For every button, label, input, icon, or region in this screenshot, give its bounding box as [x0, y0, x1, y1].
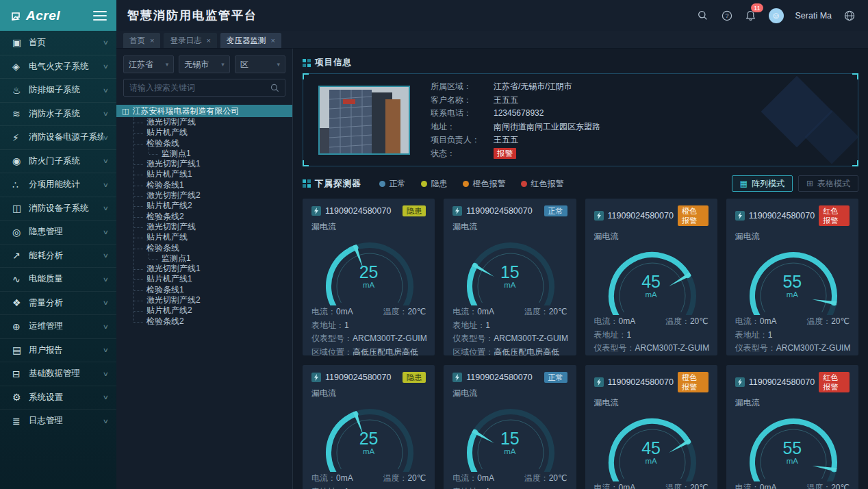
- sidebar-item-14[interactable]: ▤用户报告∨: [0, 338, 116, 362]
- detector-card-3[interactable]: 11909024580070橙色报警漏电流45mA电流：0mA温度：20℃表地址…: [585, 199, 717, 355]
- legend-item: 正常: [379, 178, 406, 190]
- tab-3[interactable]: 变压器监测×: [220, 33, 281, 48]
- status-badge: 隐患: [403, 372, 426, 383]
- tree-item[interactable]: 检验条线2: [116, 212, 292, 222]
- tree-item[interactable]: 贴片机产线: [116, 232, 292, 242]
- detector-card-4[interactable]: 11909024580070红色报警漏电流55mA电流：0mA温度：20℃表地址…: [726, 199, 858, 355]
- tab-close-icon[interactable]: ×: [270, 36, 275, 45]
- sidebar-item-1[interactable]: ▣首页∨: [0, 31, 116, 55]
- smoke-exhaust-fan-icon: ♨: [12, 85, 29, 96]
- sidebar-item-2[interactable]: ◈电气火灾子系统∨: [0, 55, 116, 79]
- sidebar-item-5[interactable]: ⚡消防设备电源子系统∨: [0, 125, 116, 149]
- city-select[interactable]: 无锡市 ▾: [179, 55, 229, 73]
- metric-label: 漏电流: [311, 221, 426, 233]
- tree-item[interactable]: 监测点1: [116, 253, 292, 264]
- detector-card-1[interactable]: 11909024580070隐患漏电流25mA电流：0mA温度：20℃表地址：1…: [303, 199, 435, 355]
- tree-item[interactable]: 激光切割产线: [116, 117, 292, 127]
- detector-card-7[interactable]: 11909024580070橙色报警漏电流45mA电流：0mA温度：20℃表地址…: [585, 365, 717, 489]
- field-value: ARCM300T-Z-GUIM: [494, 332, 568, 346]
- field-value: 20℃: [549, 305, 567, 319]
- tab-close-icon[interactable]: ×: [150, 36, 154, 45]
- sidebar-item-4[interactable]: ≋消防水子系统∨: [0, 102, 116, 126]
- tree-item[interactable]: 检验条线2: [116, 316, 292, 327]
- tab-close-icon[interactable]: ×: [206, 36, 210, 45]
- tree-item[interactable]: 贴片机产线2: [116, 201, 292, 211]
- detector-card-5[interactable]: 11909024580070隐患漏电流25mA电流：0mA温度：20℃表地址：1…: [303, 365, 435, 489]
- help-icon[interactable]: ?: [721, 10, 733, 22]
- base-data-icon: ⊟: [12, 368, 29, 379]
- sidebar-item-15[interactable]: ⊟基础数据管理∨: [0, 362, 116, 386]
- bell-icon[interactable]: 11: [745, 10, 757, 22]
- sidebar-item-11[interactable]: ∿电能质量∨: [0, 267, 116, 291]
- district-select[interactable]: 区 ▾: [235, 55, 285, 73]
- tree-root-company[interactable]: ◫ 江苏安科瑞电器制造有限公司: [116, 105, 292, 117]
- sidebar-item-10[interactable]: ↗能耗分析∨: [0, 244, 116, 268]
- device-bolt-icon: [594, 211, 604, 221]
- tree-item-label: 检验条线2: [146, 212, 184, 221]
- sidebar-item-13[interactable]: ⊕运维管理∨: [0, 314, 116, 338]
- mode-button-2[interactable]: ⊞表格模式: [798, 175, 858, 192]
- sidebar-item-12[interactable]: ❖需量分析∨: [0, 291, 116, 315]
- tree-item-label: 监测点1: [162, 253, 191, 263]
- tree-item[interactable]: 激光切割产线: [116, 222, 292, 232]
- info-label: 项目负责人：: [431, 134, 494, 147]
- search-input[interactable]: [129, 83, 270, 92]
- tree-item[interactable]: 贴片机产线1: [116, 169, 292, 179]
- mode-button-1[interactable]: ▦阵列模式: [732, 175, 793, 192]
- sidebar-item-label: 首页: [29, 37, 103, 49]
- metric-label: 漏电流: [594, 397, 709, 409]
- tree-item[interactable]: 激光切割产线1: [116, 159, 292, 169]
- detector-card-6[interactable]: 11909024580070正常漏电流15mA电流：0mA温度：20℃表地址：1…: [444, 365, 576, 489]
- tree-children: 激光切割产线贴片机产线检验条线监测点1激光切割产线1贴片机产线1检验条线1激光切…: [116, 117, 292, 327]
- tree-item[interactable]: 检验条线1: [116, 285, 292, 295]
- device-id: 11909024580070: [466, 373, 539, 382]
- tree-item[interactable]: 激光切割产线1: [116, 264, 292, 274]
- status-badge: 正常: [544, 205, 567, 216]
- tree-item[interactable]: 检验条线: [116, 243, 292, 253]
- mode-button-label: 阵列模式: [752, 178, 784, 190]
- metric-label: 漏电流: [452, 221, 567, 233]
- sidebar-item-6[interactable]: ◉防火门子系统∨: [0, 149, 116, 173]
- detector-card-2[interactable]: 11909024580070正常漏电流15mA电流：0mA温度：20℃表地址：1…: [444, 199, 576, 355]
- sidebar-item-9[interactable]: ◎隐患管理∨: [0, 220, 116, 244]
- sidebar-item-16[interactable]: ⚙系统设置∨: [0, 386, 116, 410]
- tree-item[interactable]: 贴片机产线: [116, 127, 292, 138]
- card-field-row: 区域位置：高低压配电房高低压配电房高低压配电房: [452, 347, 567, 356]
- device-bolt-icon: [452, 373, 462, 382]
- tab-2[interactable]: 登录日志×: [164, 33, 216, 48]
- language-globe-icon[interactable]: [843, 10, 856, 22]
- sidebar-item-7[interactable]: ∴分项用能统计∨: [0, 173, 116, 197]
- tree-item[interactable]: 贴片机产线2: [116, 305, 292, 316]
- avatar[interactable]: ☺: [769, 8, 784, 23]
- search-icon[interactable]: [697, 10, 709, 22]
- card-header: 11909024580070正常: [452, 205, 567, 216]
- province-select[interactable]: 江苏省 ▾: [123, 55, 174, 73]
- tree-item[interactable]: 检验条线: [116, 138, 292, 149]
- tree-item[interactable]: 激光切割产线2: [116, 190, 292, 201]
- tree-panel: 江苏省 ▾ 无锡市 ▾ 区 ▾ ◫ 江苏安科瑞电器制造有限公: [116, 49, 293, 489]
- field-label: 表地址：: [735, 329, 768, 342]
- field-value: 20℃: [407, 305, 426, 319]
- demand-analysis-icon: ❖: [12, 297, 29, 308]
- field-label: 温度：: [524, 472, 549, 486]
- detector-card-8[interactable]: 11909024580070红色报警漏电流55mA电流：0mA温度：20℃表地址…: [726, 365, 858, 489]
- province-select-value: 江苏省: [129, 59, 166, 71]
- tree-item[interactable]: 贴片机产线1: [116, 274, 292, 284]
- sidebar-item-3[interactable]: ♨防排烟子系统∨: [0, 78, 116, 102]
- sidebar-item-17[interactable]: ≣日志管理∨: [0, 409, 116, 433]
- card-header: 11909024580070红色报警: [735, 372, 850, 392]
- district-select-value: 区: [240, 59, 277, 71]
- tree-item[interactable]: 激光切割产线2: [116, 295, 292, 305]
- field-value: 1: [627, 329, 632, 342]
- fire-door-icon: ◉: [12, 155, 29, 166]
- hamburger-menu-icon[interactable]: [93, 11, 107, 21]
- tree-item[interactable]: 检验条线1: [116, 180, 292, 190]
- leakage-current-gauge: 25mA: [311, 401, 426, 472]
- tree-item[interactable]: 监测点1: [116, 149, 292, 159]
- sidebar-item-8[interactable]: ◫消防设备子系统∨: [0, 197, 116, 221]
- card-field-row: 电流：0mA温度：20℃: [594, 315, 709, 329]
- user-name[interactable]: Serati Ma: [795, 11, 832, 21]
- card-header: 11909024580070隐患: [311, 205, 426, 216]
- tab-1[interactable]: 首页×: [123, 33, 160, 48]
- status-badge: 红色报警: [819, 205, 850, 226]
